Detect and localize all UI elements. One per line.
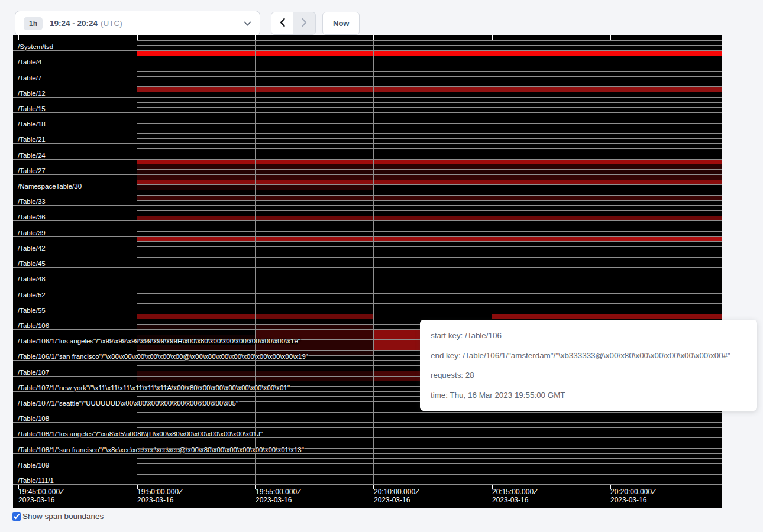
heatmap-cell[interactable] [492,108,610,113]
heatmap-cell[interactable] [137,366,255,371]
heatmap-cell[interactable] [255,98,373,103]
heatmap-cell[interactable] [137,190,255,196]
heatmap-cell[interactable] [137,92,255,98]
heatmap-cell[interactable] [373,164,492,170]
heatmap-cell[interactable] [610,154,722,160]
heatmap-cell[interactable] [255,242,373,247]
heatmap-cell[interactable] [255,407,373,413]
heatmap-cell[interactable] [255,196,373,201]
heatmap-cell[interactable] [255,299,373,304]
heatmap-cell[interactable] [492,299,610,304]
heatmap-cell[interactable] [137,61,255,67]
heatmap-cell[interactable] [373,211,492,216]
heatmap-cell[interactable] [492,46,610,51]
heatmap-cell[interactable] [255,361,373,366]
heatmap-cell[interactable] [255,397,373,402]
heatmap-cell[interactable] [492,459,610,464]
heatmap-cell[interactable] [610,180,722,186]
heatmap-cell[interactable] [137,98,255,103]
heatmap-cell[interactable] [492,196,610,201]
heatmap-cell[interactable] [373,103,492,108]
heatmap-cell[interactable] [373,475,492,480]
heatmap-cell[interactable] [492,118,610,124]
heatmap-cell[interactable] [492,201,610,206]
heatmap-cell[interactable] [492,170,610,175]
heatmap-cell[interactable] [492,211,610,216]
heatmap-cell[interactable] [255,325,373,330]
heatmap-cell[interactable] [610,144,722,149]
heatmap-cell[interactable] [610,428,722,433]
heatmap-cell[interactable] [610,237,722,242]
heatmap-cell[interactable] [610,242,722,247]
heatmap-cell[interactable] [492,479,610,485]
heatmap-cell[interactable] [137,330,255,335]
heatmap-cell[interactable] [137,278,255,284]
heatmap-cell[interactable] [492,51,610,56]
heatmap-cell[interactable] [610,190,722,196]
heatmap-cell[interactable] [492,128,610,134]
heatmap-cell[interactable] [373,423,492,428]
heatmap-cell[interactable] [255,154,373,160]
heatmap-cell[interactable] [255,428,373,433]
heatmap-cell[interactable] [492,428,610,433]
heatmap-cell[interactable] [373,226,492,232]
heatmap-cell[interactable] [255,206,373,211]
heatmap-cell[interactable] [137,438,255,443]
heatmap-cell[interactable] [610,475,722,480]
heatmap-cell[interactable] [610,464,722,469]
heatmap-cell[interactable] [610,118,722,124]
heatmap-cell[interactable] [255,314,373,320]
heatmap-cell[interactable] [255,464,373,469]
heatmap-cell[interactable] [137,82,255,87]
heatmap-cell[interactable] [255,221,373,226]
heatmap-cell[interactable] [137,196,255,201]
heatmap-cell[interactable] [610,92,722,98]
heatmap-cell[interactable] [610,124,722,129]
heatmap-cell[interactable] [255,41,373,46]
heatmap-cell[interactable] [255,459,373,464]
heatmap-cell[interactable] [255,402,373,407]
heatmap-cell[interactable] [137,66,255,72]
heatmap-cell[interactable] [492,237,610,242]
heatmap-cell[interactable] [255,413,373,418]
heatmap-cell[interactable] [373,118,492,124]
heatmap-cell[interactable] [373,206,492,211]
heatmap-cell[interactable] [610,134,722,139]
heatmap-cell[interactable] [255,262,373,268]
heatmap-cell[interactable] [492,92,610,98]
heatmap-cell[interactable] [373,190,492,196]
heatmap-cell[interactable] [610,164,722,170]
heatmap-cell[interactable] [137,459,255,464]
heatmap-cell[interactable] [610,268,722,273]
heatmap-cell[interactable] [255,273,373,278]
heatmap-cell[interactable] [137,226,255,232]
heatmap-cell[interactable] [137,180,255,186]
heatmap-cell[interactable] [492,41,610,46]
heatmap-cell[interactable] [610,185,722,190]
heatmap-cell[interactable] [610,304,722,309]
heatmap-cell[interactable] [373,61,492,67]
heatmap-cell[interactable] [492,164,610,170]
heatmap-cell[interactable] [610,294,722,299]
heatmap-cell[interactable] [373,413,492,418]
heatmap-cell[interactable] [373,139,492,144]
heatmap-cell[interactable] [373,170,492,175]
heatmap-cell[interactable] [492,35,610,41]
heatmap-cell[interactable] [373,66,492,72]
heatmap-cell[interactable] [255,124,373,129]
heatmap-cell[interactable] [373,479,492,485]
heatmap-cell[interactable] [610,82,722,87]
heatmap-cell[interactable] [373,294,492,299]
heatmap-cell[interactable] [492,61,610,67]
heatmap-cell[interactable] [610,449,722,454]
heatmap-cell[interactable] [137,325,255,330]
heatmap-cell[interactable] [373,185,492,190]
heatmap-cell[interactable] [137,118,255,124]
heatmap-cell[interactable] [492,82,610,87]
heatmap-cell[interactable] [610,72,722,77]
heatmap-cell[interactable] [137,72,255,77]
heatmap-cell[interactable] [137,232,255,237]
heatmap-cell[interactable] [610,216,722,222]
heatmap-cell[interactable] [137,87,255,92]
heatmap-cell[interactable] [137,392,255,397]
